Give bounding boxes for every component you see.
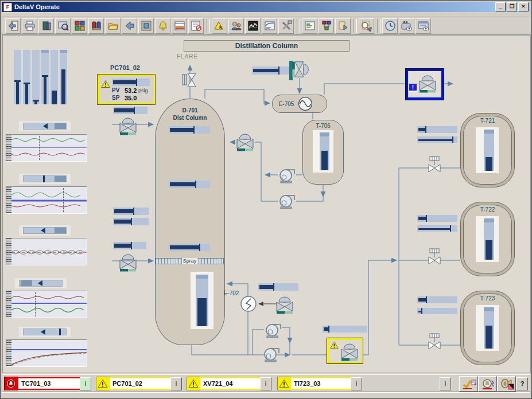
bottoms-pump-a[interactable]: [264, 322, 282, 338]
reflux-pump-b[interactable]: [278, 193, 296, 209]
silence-alarm-button[interactable]: [478, 376, 497, 392]
setpoint-slider[interactable]: [19, 174, 71, 184]
alarmed-valve-frame[interactable]: [327, 338, 363, 363]
module-button[interactable]: [319, 18, 334, 34]
t722-level-gauge[interactable]: [476, 216, 499, 262]
disabled-alarms-button[interactable]: [188, 18, 204, 34]
display-button[interactable]: [138, 18, 154, 34]
condenser-control-valve[interactable]: [292, 60, 312, 79]
back-button[interactable]: [122, 18, 137, 34]
report-button[interactable]: [302, 18, 317, 34]
vertical-bar-gauge[interactable]: [60, 50, 67, 104]
workspace-button[interactable]: [38, 18, 54, 34]
t721-inlet-valve[interactable]: [427, 155, 442, 173]
flare-valve[interactable]: [182, 71, 197, 88]
window-view-button[interactable]: [415, 18, 431, 34]
setpoint-slider[interactable]: [19, 327, 71, 337]
reflux-pump-a[interactable]: [278, 167, 296, 183]
t723-inlet-valve[interactable]: [427, 332, 442, 350]
alarm-info-button-5[interactable]: i: [440, 377, 451, 390]
vertical-bar-gauge[interactable]: [23, 50, 30, 104]
sp-value[interactable]: 35.0: [125, 95, 137, 101]
script-button[interactable]: <>: [399, 18, 414, 34]
xv-control-valve[interactable]: [417, 72, 438, 93]
vertical-bar-gauge[interactable]: [41, 50, 49, 104]
t723-level-gauge[interactable]: [476, 305, 499, 351]
horn-disable-button[interactable]: [497, 376, 516, 392]
t723-bar-a[interactable]: [417, 296, 457, 303]
restore-button[interactable]: ❒: [507, 2, 517, 11]
column-level-gauge[interactable]: [191, 272, 213, 329]
vertical-bar-gauge[interactable]: [32, 50, 40, 104]
setpoint-slider[interactable]: [19, 121, 71, 131]
t721-level-gauge[interactable]: [476, 127, 499, 173]
t721-bar-a[interactable]: [417, 126, 457, 133]
trend-chart[interactable]: [6, 339, 87, 367]
t706-level-gauge[interactable]: [313, 130, 333, 173]
reboiler-bar[interactable]: [258, 283, 298, 291]
vertical-bar-gauge[interactable]: [51, 50, 58, 104]
alarm-item-4[interactable]: TI723_03: [290, 377, 355, 390]
setpoint-slider[interactable]: [15, 278, 67, 288]
process-history-button[interactable]: [245, 18, 261, 34]
warning-alarm-icon[interactable]: [187, 377, 200, 390]
left-bar-gauge[interactable]: [113, 208, 149, 215]
t722-bar-a[interactable]: [417, 215, 457, 222]
critical-alarm-icon[interactable]: [4, 377, 18, 390]
column-temp-bar-3[interactable]: [169, 244, 210, 251]
pc701-faceplate[interactable]: PV 53.2 psig SP 35.0: [98, 75, 155, 104]
setpoint-slider[interactable]: [19, 225, 71, 236]
column-temp-bar-2[interactable]: [169, 181, 210, 188]
alarm-item-3[interactable]: XV721_04: [199, 377, 264, 390]
t723-bar-b[interactable]: [417, 308, 457, 314]
feed-flow-bar[interactable]: [113, 107, 147, 114]
t722-inlet-valve[interactable]: [427, 248, 442, 265]
find-display-button[interactable]: [55, 18, 71, 34]
minimize-button[interactable]: _: [495, 2, 506, 11]
trend-chart[interactable]: [6, 238, 87, 265]
clock-button[interactable]: [382, 18, 398, 34]
acknowledge-alarms-button[interactable]: [459, 376, 478, 392]
bottoms-flow-bar[interactable]: [323, 326, 367, 332]
page-transfer-button[interactable]: [335, 18, 351, 34]
open-button[interactable]: [105, 18, 121, 34]
tools-button[interactable]: [278, 18, 294, 34]
applications-button[interactable]: [72, 18, 87, 34]
t722-bar-b[interactable]: [417, 225, 457, 232]
spray-flow-bar[interactable]: [113, 242, 146, 249]
e702-exchanger[interactable]: [240, 295, 257, 312]
close-button[interactable]: ×: [518, 2, 529, 11]
reboiler-control-valve[interactable]: [274, 294, 295, 314]
bottoms-pump-b[interactable]: [262, 346, 281, 362]
users-button[interactable]: [228, 18, 244, 34]
left-bar-gauge[interactable]: [113, 218, 149, 225]
xv721-control-valve[interactable]: [339, 341, 360, 361]
exit-button[interactable]: [5, 18, 21, 34]
alarm-info-button-2[interactable]: i: [170, 377, 182, 390]
alarm-info-button-4[interactable]: i: [351, 377, 362, 390]
vertical-bar-gauge[interactable]: [14, 50, 21, 104]
alarm-summary-button[interactable]: [172, 18, 187, 34]
alarm-mgmt-button[interactable]: K: [212, 18, 227, 34]
trend-chart[interactable]: [6, 186, 87, 214]
help-button[interactable]: ?: [517, 377, 528, 390]
find-history-button[interactable]: [359, 18, 374, 34]
warning-alarm-icon[interactable]: [96, 377, 110, 390]
selected-valve-frame[interactable]: !: [406, 69, 444, 100]
trend-chart[interactable]: [6, 134, 87, 162]
spray-control-valve[interactable]: [118, 251, 138, 272]
alarm-bell-button[interactable]: [155, 18, 170, 34]
column-temp-bar-1[interactable]: [169, 126, 210, 134]
database-button[interactable]: [88, 18, 104, 34]
alarm-info-button-3[interactable]: i: [260, 377, 271, 390]
t721-bar-b[interactable]: [417, 136, 457, 143]
alarm-item-2[interactable]: PC701_02: [108, 377, 173, 390]
condenser-bar[interactable]: [252, 66, 293, 75]
feed-control-valve[interactable]: [118, 115, 138, 135]
trend-chart[interactable]: [6, 291, 87, 318]
warning-alarm-icon[interactable]: [277, 377, 291, 390]
alarm-info-button-1[interactable]: i: [80, 377, 91, 390]
print-button[interactable]: [22, 18, 37, 34]
reflux-control-valve[interactable]: [235, 131, 255, 151]
alarm-item-1[interactable]: TC701_03: [17, 377, 82, 390]
